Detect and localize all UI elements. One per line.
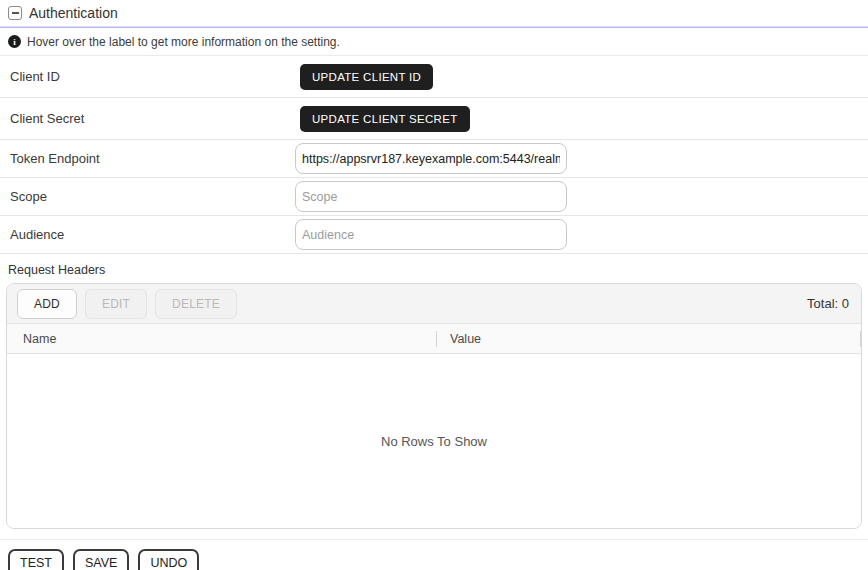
test-button[interactable]: TEST	[8, 549, 64, 570]
authentication-settings-page: Authentication i Hover over the label to…	[0, 0, 868, 570]
section-header: Authentication	[0, 0, 868, 26]
save-button[interactable]: SAVE	[73, 549, 129, 570]
grid-body: No Rows To Show	[7, 354, 861, 528]
audience-input[interactable]	[295, 219, 567, 250]
column-separator[interactable]	[860, 331, 861, 347]
info-banner: i Hover over the label to get more infor…	[0, 28, 868, 56]
scope-input[interactable]	[295, 181, 567, 212]
edit-button[interactable]: EDIT	[85, 289, 147, 319]
grid-header-row: Name Value	[7, 324, 861, 354]
client-secret-label: Client Secret	[0, 111, 295, 126]
update-client-id-button[interactable]: UPDATE CLIENT ID	[300, 64, 433, 90]
collapse-minus-icon[interactable]	[8, 6, 22, 20]
scope-label: Scope	[0, 189, 295, 204]
grid-toolbar: ADD EDIT DELETE Total: 0	[7, 284, 861, 324]
undo-button[interactable]: UNDO	[138, 549, 199, 570]
audience-label: Audience	[0, 227, 295, 242]
form-row-client-secret: Client Secret UPDATE CLIENT SECRET	[0, 98, 868, 140]
token-endpoint-input[interactable]	[295, 143, 567, 174]
empty-rows-message: No Rows To Show	[381, 434, 487, 449]
section-title: Authentication	[29, 5, 118, 21]
request-headers-label: Request Headers	[0, 254, 868, 283]
column-header-name[interactable]: Name	[7, 332, 436, 346]
form-row-scope: Scope	[0, 178, 868, 216]
total-count: Total: 0	[807, 296, 849, 311]
form-row-audience: Audience	[0, 216, 868, 254]
token-endpoint-label: Token Endpoint	[0, 151, 295, 166]
footer-actions: TEST SAVE UNDO	[0, 540, 868, 570]
form-row-token-endpoint: Token Endpoint	[0, 140, 868, 178]
delete-button[interactable]: DELETE	[155, 289, 237, 319]
form-row-client-id: Client ID UPDATE CLIENT ID	[0, 56, 868, 98]
client-id-label: Client ID	[0, 69, 295, 84]
update-client-secret-button[interactable]: UPDATE CLIENT SECRET	[300, 106, 470, 132]
column-header-value[interactable]: Value	[437, 332, 860, 346]
request-headers-grid: ADD EDIT DELETE Total: 0 Name Value No R…	[6, 283, 862, 529]
add-button[interactable]: ADD	[17, 289, 77, 319]
info-icon: i	[8, 35, 21, 48]
info-banner-text: Hover over the label to get more informa…	[27, 35, 340, 49]
